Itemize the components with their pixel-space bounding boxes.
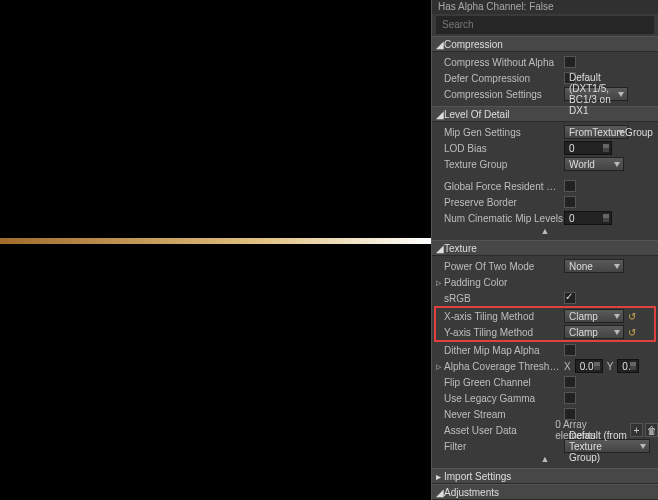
flip-green-checkbox[interactable] xyxy=(564,376,576,388)
label: Never Stream xyxy=(444,409,564,420)
dropdown-value: Default (from Texture Group) xyxy=(569,430,635,463)
collapse-arrow-icon[interactable]: ▲ xyxy=(432,226,658,236)
label: Compression Settings xyxy=(444,89,564,100)
search-input[interactable]: Search xyxy=(436,16,654,34)
label: Texture Group xyxy=(444,159,564,170)
filter-dropdown[interactable]: Default (from Texture Group) xyxy=(564,439,650,453)
chevron-down-icon: ◢ xyxy=(436,107,444,123)
dropdown-value: Default (DXT1/5, BC1/3 on DX1 xyxy=(569,72,613,116)
section-texture-header[interactable]: ◢Texture xyxy=(432,240,658,256)
expand-icon[interactable]: ▹ xyxy=(436,276,444,289)
compress-without-alpha-checkbox[interactable] xyxy=(564,56,576,68)
section-title: Adjustments xyxy=(444,487,499,498)
label: Dither Mip Map Alpha xyxy=(444,345,564,356)
label: Num Cinematic Mip Levels xyxy=(444,213,564,224)
texture-preview-content xyxy=(0,238,431,244)
dropdown-value: World xyxy=(569,159,595,170)
global-force-resident-checkbox[interactable] xyxy=(564,180,576,192)
label: Filter xyxy=(444,441,564,452)
num-cinematic-mip-input[interactable]: 0 xyxy=(564,211,612,225)
y-tiling-dropdown[interactable]: Clamp xyxy=(564,325,624,339)
dropdown-value: FromTextureGroup xyxy=(569,127,653,138)
use-legacy-gamma-checkbox[interactable] xyxy=(564,392,576,404)
reset-icon[interactable]: ↺ xyxy=(626,310,638,322)
label: Power Of Two Mode xyxy=(444,261,564,272)
section-title: Texture xyxy=(444,243,477,254)
power-of-two-dropdown[interactable]: None xyxy=(564,259,624,273)
label: Global Force Resident Mip Levels xyxy=(444,181,564,192)
texture-group-dropdown[interactable]: World xyxy=(564,157,624,171)
section-import-header[interactable]: ▸Import Settings xyxy=(432,468,658,484)
dropdown-value: Clamp xyxy=(569,327,598,338)
section-title: Compression xyxy=(444,39,503,50)
section-title: Level Of Detail xyxy=(444,109,510,120)
numeric-value: 0.0 xyxy=(580,361,594,372)
label: X-axis Tiling Method xyxy=(444,311,564,322)
alpha-threshold-y-input[interactable]: 0.0 xyxy=(617,359,639,373)
lod-bias-input[interactable]: 0 xyxy=(564,141,612,155)
section-compression-header[interactable]: ◢Compression xyxy=(432,36,658,52)
numeric-value: 0.0 xyxy=(622,361,636,372)
label: Alpha Coverage Thresholds xyxy=(444,361,564,372)
clear-elements-button[interactable]: 🗑 xyxy=(645,423,658,437)
label: Y-axis Tiling Method xyxy=(444,327,564,338)
label: LOD Bias xyxy=(444,143,564,154)
label: Preserve Border xyxy=(444,197,564,208)
section-lod-header[interactable]: ◢Level Of Detail xyxy=(432,106,658,122)
numeric-value: 0 xyxy=(569,213,575,224)
label: Compress Without Alpha xyxy=(444,57,564,68)
chevron-down-icon: ◢ xyxy=(436,241,444,257)
label: Defer Compression xyxy=(444,73,564,84)
label: Use Legacy Gamma xyxy=(444,393,564,404)
info-bar: Has Alpha Channel: False xyxy=(432,0,658,14)
chevron-down-icon: ◢ xyxy=(436,485,444,500)
srgb-checkbox[interactable] xyxy=(564,292,576,304)
never-stream-checkbox[interactable] xyxy=(564,408,576,420)
reset-icon[interactable]: ↺ xyxy=(626,326,638,338)
numeric-value: 0 xyxy=(569,143,575,154)
details-panel: Has Alpha Channel: False Search ◢Compres… xyxy=(432,0,658,500)
label: Padding Color xyxy=(444,277,564,288)
dropdown-value: None xyxy=(569,261,593,272)
expand-icon[interactable]: ▹ xyxy=(436,360,444,373)
dither-mip-alpha-checkbox[interactable] xyxy=(564,344,576,356)
chevron-down-icon: ◢ xyxy=(436,37,444,53)
mip-gen-settings-dropdown[interactable]: FromTextureGroup xyxy=(564,125,628,139)
label: sRGB xyxy=(444,293,564,304)
x-prefix: X xyxy=(564,361,571,372)
section-adjustments-header[interactable]: ◢Adjustments xyxy=(432,484,658,500)
chevron-right-icon: ▸ xyxy=(436,469,444,485)
texture-preview-viewport[interactable] xyxy=(0,0,432,500)
x-tiling-dropdown[interactable]: Clamp xyxy=(564,309,624,323)
dropdown-value: Clamp xyxy=(569,311,598,322)
alpha-threshold-x-input[interactable]: 0.0 xyxy=(575,359,603,373)
section-title: Import Settings xyxy=(444,471,511,482)
y-prefix: Y xyxy=(607,361,614,372)
label: Mip Gen Settings xyxy=(444,127,564,138)
compression-settings-dropdown[interactable]: Default (DXT1/5, BC1/3 on DX1 xyxy=(564,87,628,101)
preserve-border-checkbox[interactable] xyxy=(564,196,576,208)
label: Flip Green Channel xyxy=(444,377,564,388)
label: Asset User Data xyxy=(444,425,555,436)
